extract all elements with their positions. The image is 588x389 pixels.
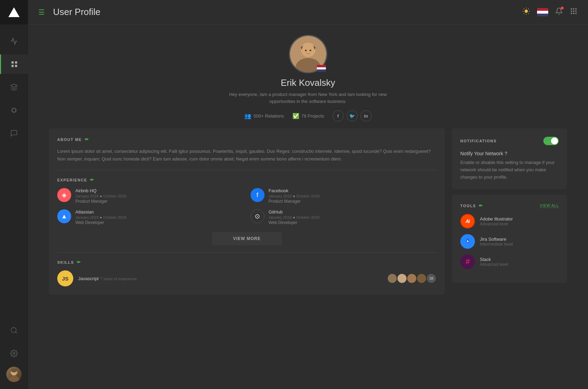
notifications-toggle[interactable]: [543, 137, 559, 145]
settings-icon: [10, 350, 18, 357]
experience-edit-icon[interactable]: ✏: [90, 177, 95, 182]
slack-name: Slack: [480, 257, 508, 262]
bell-icon: [555, 7, 563, 15]
profile-name: Erik Kovalsky: [281, 77, 335, 88]
facebook-dates: January 2018 ● October 2018: [269, 194, 320, 198]
sidebar-nav: [0, 24, 28, 314]
about-edit-icon[interactable]: ✏: [85, 137, 89, 142]
svg-point-35: [305, 50, 307, 51]
relations-stat: 👥 500+ Relations: [244, 113, 284, 119]
activity-icon: [10, 37, 18, 45]
endorser-2: [397, 273, 407, 284]
profile-bio: Hey everyone, Iam a product manager from…: [221, 91, 395, 105]
notifications-header: NOTIFICATIONS: [460, 137, 559, 145]
notification-bell-icon[interactable]: [555, 7, 563, 17]
svg-rect-22: [575, 8, 577, 10]
adobe-illustrator-name: Adobe Illustrator: [480, 216, 513, 222]
slack-level: Advanced level: [480, 262, 508, 267]
tools-edit-icon[interactable]: ✏: [479, 203, 483, 208]
atlassian-company: Atlassian: [75, 209, 126, 215]
header-actions: [522, 7, 578, 17]
sidebar-item-3d[interactable]: [0, 77, 28, 97]
facebook-logo: f: [251, 188, 265, 202]
endorser-4: [416, 273, 427, 284]
sidebar-logo[interactable]: [0, 0, 28, 24]
svg-point-34: [302, 44, 314, 56]
exp-divider: [57, 252, 437, 253]
svg-rect-21: [573, 8, 574, 10]
atlassian-info: Atlassian January 2018 ● October 2018 We…: [75, 209, 126, 225]
sidebar-item-settings[interactable]: [0, 344, 28, 363]
projects-icon: ✅: [292, 113, 299, 119]
sidebar-item-search[interactable]: [0, 321, 28, 340]
sidebar-item-dashboard[interactable]: [0, 54, 28, 74]
notifications-subtitle: Notify Your Network ?: [460, 151, 559, 156]
exp-facebook: f Facebook January 2018 ● October 2018 P…: [251, 188, 437, 204]
skills-edit-icon[interactable]: ✏: [77, 260, 81, 265]
svg-point-36: [310, 50, 311, 51]
content-grid: ABOUT ME ✏ Lorem ipsum dolor sit amet, c…: [49, 128, 567, 300]
twitter-link[interactable]: 🐦: [347, 110, 358, 121]
cube-icon: [10, 83, 18, 91]
facebook-company: Facebook: [269, 188, 320, 193]
skill-javascript: JS Javascript 7 years of experience 38: [57, 270, 437, 286]
about-title: ABOUT ME ✏: [57, 137, 437, 142]
tool-jira: Jira Software Intermediate level: [460, 234, 559, 249]
relations-icon: 👥: [244, 113, 251, 119]
view-all-link[interactable]: VIEW ALL: [540, 203, 559, 208]
dashboard-icon: [10, 60, 18, 68]
airbnb-logo: ◈: [57, 188, 71, 202]
exp-atlassian: ▲ Atlassian January 2018 ● October 2018 …: [57, 209, 244, 225]
about-divider: [57, 170, 437, 170]
chip-icon: [10, 106, 18, 114]
language-flag[interactable]: [537, 8, 548, 16]
about-card: ABOUT ME ✏ Lorem ipsum dolor sit amet, c…: [49, 128, 445, 295]
view-more-button[interactable]: VIEW MORE: [212, 232, 282, 245]
jira-name: Jira Software: [480, 237, 513, 242]
svg-rect-3: [15, 65, 17, 67]
svg-rect-27: [573, 13, 574, 14]
exp-github: ⊙ GitHub January 2018 ● October 2018 Web…: [251, 209, 437, 225]
linkedin-link[interactable]: in: [360, 110, 372, 121]
endorser-1: [387, 273, 397, 284]
airbnb-info: Airbnb HQ January 2018 ● October 2018 Pr…: [75, 188, 126, 204]
svg-rect-4: [12, 109, 15, 112]
user-avatar[interactable]: [6, 367, 22, 382]
adobe-illustrator-level: Advanced level: [480, 222, 513, 226]
relations-count: 500+ Relations: [253, 113, 284, 119]
facebook-link[interactable]: f: [333, 110, 344, 121]
grid-icon[interactable]: [570, 7, 578, 17]
right-column: NOTIFICATIONS Notify Your Network ? Enab…: [452, 128, 567, 300]
javascript-badge: JS: [57, 270, 73, 286]
theme-toggle-icon[interactable]: [522, 7, 530, 17]
tools-title: TOOLS ✏: [460, 203, 483, 208]
javascript-info: Javascript 7 years of experience: [78, 275, 382, 282]
sidebar-item-chat[interactable]: [0, 124, 28, 143]
profile-country-flag: [317, 65, 326, 72]
svg-rect-28: [575, 13, 577, 14]
skills-title: SKILLS ✏: [57, 260, 437, 265]
jira-info: Jira Software Intermediate level: [480, 237, 513, 247]
javascript-name: Javascript: [78, 276, 99, 281]
main-area: ☰ User Profile: [28, 0, 588, 389]
profile-header: Erik Kovalsky Hey everyone, Iam a produc…: [49, 24, 567, 128]
slack-logo: #: [460, 254, 475, 269]
notifications-card: NOTIFICATIONS Notify Your Network ? Enab…: [452, 128, 567, 189]
svg-rect-0: [12, 61, 14, 63]
main-content: Erik Kovalsky Hey everyone, Iam a produc…: [28, 24, 588, 389]
profile-avatar-wrap: [289, 35, 327, 73]
menu-icon[interactable]: ☰: [38, 8, 45, 16]
sidebar-item-chip[interactable]: [0, 100, 28, 120]
projects-stat: ✅ 78 Projects: [292, 113, 324, 119]
airbnb-role: Product Manager: [75, 199, 126, 204]
svg-rect-25: [575, 10, 577, 12]
sidebar-item-activity[interactable]: [0, 31, 28, 51]
jira-level: Intermediate level: [480, 242, 513, 247]
facebook-role: Product Manager: [269, 199, 320, 204]
avatar-image: [6, 367, 22, 382]
github-company: GitHub: [269, 209, 320, 215]
sun-icon: [522, 7, 530, 15]
left-column: ABOUT ME ✏ Lorem ipsum dolor sit amet, c…: [49, 128, 445, 300]
svg-rect-20: [571, 8, 572, 10]
atlassian-role: Web Developer: [75, 220, 126, 225]
